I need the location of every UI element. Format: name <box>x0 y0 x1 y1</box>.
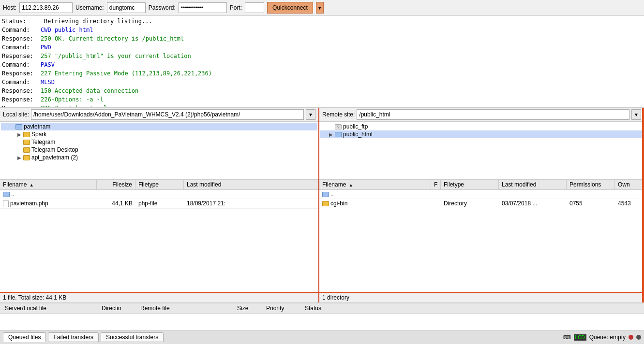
log-line: Command: CWD public_html <box>2 26 642 34</box>
remote-col-filename[interactable]: Filename ▲ <box>319 180 431 189</box>
username-input[interactable] <box>107 2 146 13</box>
remote-file-list-header: Filename ▲ F Filetype Last modified Perm… <box>319 180 644 190</box>
local-file-list: Filename ▲ Filesize Filetype Last modifi… <box>0 180 318 292</box>
file-icon <box>3 201 9 207</box>
log-line: Response: 226-Options: -a -l <box>2 95 642 104</box>
bottom-right: ⌨ LCD Queue: empty <box>563 334 641 341</box>
log-line: Response: 150 Accepted data connection <box>2 86 642 95</box>
local-col-lastmod[interactable]: Last modified <box>184 180 318 189</box>
host-label: Host: <box>3 4 16 11</box>
local-tree: pavietnam ▶ Spark Telegram <box>0 122 318 180</box>
transfer-col-priority: Priority <box>264 304 303 312</box>
local-status-bar: 1 file. Total size: 44,1 KB <box>0 292 318 302</box>
queue-status: Queue: empty <box>589 334 626 341</box>
remote-tree-item-public-ftp[interactable]: ? public_ftp <box>320 123 643 130</box>
transfer-area: Server/Local file Directio Remote file S… <box>0 303 644 344</box>
remote-tree: ? public_ftp ▶ public_html <box>319 122 644 180</box>
host-input[interactable] <box>19 2 73 13</box>
log-line: Command: MLSD <box>2 78 642 86</box>
transfer-col-direction: Directio <box>100 304 138 312</box>
port-label: Port: <box>230 4 242 11</box>
log-line: Response: 250 OK. Current directory is /… <box>2 34 642 43</box>
folder-icon <box>23 147 30 153</box>
sort-arrow: ▲ <box>349 183 353 187</box>
indicator-dark <box>636 335 641 340</box>
folder-blue-icon <box>335 132 342 137</box>
folder-icon <box>3 192 10 197</box>
local-site-label: Local site: <box>3 111 29 118</box>
remote-file-row-cgi-bin[interactable]: cgi-bin Directory 03/07/2018 ... 0755 45… <box>319 199 644 208</box>
sort-arrow: ▲ <box>30 183 34 187</box>
tree-arrow[interactable]: ▶ <box>17 132 23 137</box>
remote-site-label: Remote site: <box>322 111 355 118</box>
remote-col-F[interactable]: F <box>431 180 441 189</box>
log-line: Response: 226 3 matches total <box>2 104 642 108</box>
password-input[interactable] <box>179 2 227 13</box>
local-col-filetype[interactable]: Filetype <box>135 180 184 189</box>
local-file-row-parent[interactable]: .. <box>0 190 318 199</box>
remote-red-bar <box>642 108 644 302</box>
lcd-icon: LCD <box>574 334 586 341</box>
quickconnect-button[interactable]: Quickconnect <box>267 2 313 14</box>
transfer-headers: Server/Local file Directio Remote file S… <box>0 303 644 314</box>
local-site-input[interactable] <box>31 109 304 120</box>
local-col-filename[interactable]: Filename ▲ <box>0 180 97 189</box>
username-label: Username: <box>75 4 104 11</box>
local-file-row-pavietnam-php[interactable]: pavietnam.php 44,1 KB php-file 18/09/201… <box>0 199 318 209</box>
tab-successful-transfers[interactable]: Successful transfers <box>101 332 164 342</box>
local-tree-item-api-pavietnam[interactable]: ▶ api_pavietnam (2) <box>1 154 317 161</box>
folder-icon <box>15 124 22 129</box>
remote-site-bar: Remote site: ▼ <box>319 108 644 122</box>
local-site-dropdown-button[interactable]: ▼ <box>306 109 315 120</box>
local-site-bar: Local site: ▼ <box>0 108 318 122</box>
toolbar: Host: Username: Password: Port: Quickcon… <box>0 0 644 16</box>
local-tree-item-telegram[interactable]: Telegram <box>1 138 317 146</box>
remote-file-list: Filename ▲ F Filetype Last modified Perm… <box>319 180 644 292</box>
local-tree-item-spark[interactable]: ▶ Spark <box>1 130 317 138</box>
tree-arrow[interactable]: ▶ <box>329 132 335 137</box>
remote-site-dropdown-button[interactable]: ▼ <box>631 109 641 120</box>
tab-failed-transfers[interactable]: Failed transfers <box>48 332 99 342</box>
local-tree-item-telegram-desktop[interactable]: Telegram Desktop <box>1 146 317 154</box>
folder-icon <box>23 132 30 137</box>
keyboard-icon: ⌨ <box>563 334 571 341</box>
port-input[interactable] <box>245 2 264 13</box>
indicator-red <box>629 335 633 340</box>
remote-file-row-parent[interactable]: .. <box>319 190 644 199</box>
remote-site-input[interactable] <box>357 109 629 120</box>
remote-col-filetype[interactable]: Filetype <box>441 180 499 189</box>
transfer-col-remote: Remote file <box>138 304 235 312</box>
local-file-list-header: Filename ▲ Filesize Filetype Last modifi… <box>0 180 318 190</box>
tab-queued-files[interactable]: Queued files <box>3 332 46 342</box>
log-line: Response: 257 "/public_html" is your cur… <box>2 52 642 60</box>
log-line: Status: Retrieving directory listing... <box>2 17 642 26</box>
quickconnect-dropdown-button[interactable]: ▼ <box>316 2 324 14</box>
local-col-filesize[interactable]: Filesize <box>97 180 135 189</box>
transfer-body <box>0 314 644 330</box>
remote-col-owner[interactable]: Own <box>615 180 644 189</box>
remote-col-permissions[interactable]: Permissions <box>567 180 615 189</box>
password-label: Password: <box>149 4 176 11</box>
tree-arrow[interactable]: ▶ <box>17 155 23 160</box>
transfer-col-status: Status <box>303 304 641 312</box>
folder-icon <box>23 155 30 160</box>
log-line: Response: 227 Entering Passive Mode (112… <box>2 69 642 78</box>
folder-icon <box>322 192 329 197</box>
log-line: Command: PWD <box>2 43 642 52</box>
local-tree-item-pavietnam[interactable]: pavietnam <box>1 123 317 130</box>
folder-question-icon: ? <box>335 124 342 129</box>
remote-tree-item-public-html[interactable]: ▶ public_html <box>320 130 643 138</box>
folder-icon <box>23 140 30 145</box>
folder-icon <box>322 201 329 206</box>
log-line: Command: PASV <box>2 60 642 69</box>
log-area: Status: Retrieving directory listing... … <box>0 16 644 108</box>
transfer-col-server: Server/Local file <box>3 304 100 312</box>
transfer-tabs: Queued files Failed transfers Successful… <box>0 330 644 344</box>
transfer-col-size: Size <box>235 304 264 312</box>
remote-status-bar: 1 directory <box>319 292 644 302</box>
remote-col-lastmod[interactable]: Last modified <box>499 180 567 189</box>
